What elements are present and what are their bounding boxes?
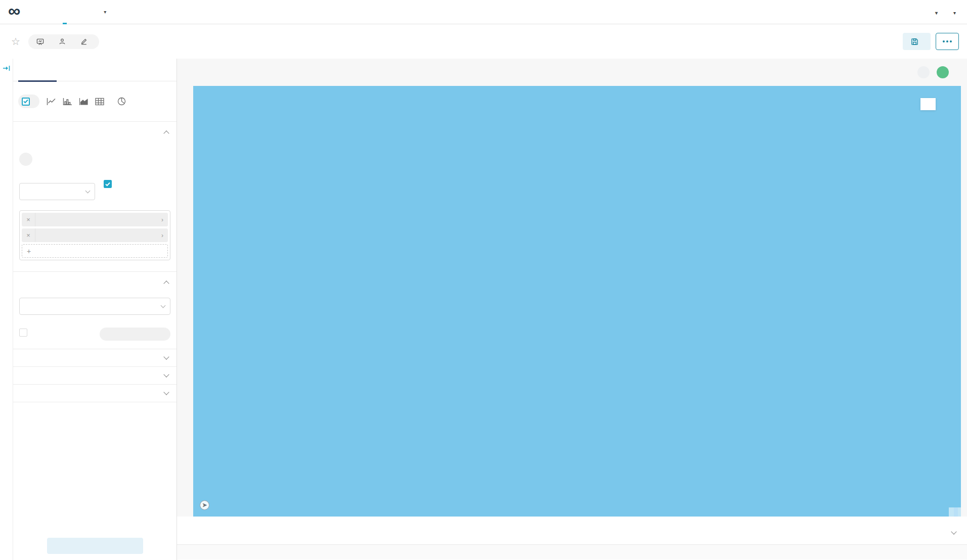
save-button[interactable] bbox=[903, 33, 931, 50]
mapbox-logo[interactable]: ➤ bbox=[200, 500, 212, 510]
chevron-down-icon bbox=[85, 188, 91, 193]
new-item-button[interactable]: ▾ bbox=[933, 7, 938, 17]
dashboards-meta[interactable] bbox=[36, 38, 48, 45]
plus-icon: + bbox=[27, 247, 31, 255]
pencil-icon bbox=[80, 38, 87, 45]
auto-zoom-checkbox[interactable] bbox=[19, 329, 27, 337]
chevron-right-icon: › bbox=[161, 232, 168, 239]
last-modified-meta[interactable] bbox=[80, 38, 91, 45]
remove-filter-icon[interactable]: × bbox=[22, 213, 35, 226]
results-tabs bbox=[177, 517, 967, 545]
save-disk-icon bbox=[911, 38, 918, 45]
chart-meta-pill bbox=[28, 34, 99, 49]
world-map[interactable] bbox=[193, 86, 961, 517]
checked-checkbox-icon bbox=[22, 98, 30, 106]
map-attribution bbox=[949, 507, 961, 517]
filter-drop-zone[interactable]: + bbox=[22, 244, 168, 258]
map-style-select[interactable] bbox=[19, 298, 170, 315]
update-chart-button[interactable] bbox=[47, 538, 143, 554]
row-limit-select[interactable] bbox=[19, 183, 95, 200]
ellipsis-icon bbox=[943, 40, 952, 42]
ignore-null-checkbox[interactable] bbox=[104, 180, 112, 188]
panel-tabs bbox=[13, 59, 177, 81]
nav-charts[interactable] bbox=[56, 0, 74, 24]
query-status-row bbox=[177, 59, 967, 86]
table-icon[interactable] bbox=[95, 98, 104, 106]
dashboard-icon bbox=[36, 38, 44, 45]
more-actions-button[interactable] bbox=[936, 33, 959, 50]
chevron-up-icon bbox=[163, 130, 169, 136]
chevron-down-icon bbox=[163, 389, 169, 395]
chevron-down-icon bbox=[161, 303, 166, 308]
favorite-star-icon[interactable]: ☆ bbox=[11, 35, 20, 48]
chart-header: ☆ bbox=[0, 24, 967, 59]
map-card: ➤ bbox=[193, 86, 961, 517]
filter-chip-time[interactable]: × › bbox=[22, 228, 168, 242]
pie-chart-icon[interactable] bbox=[117, 97, 126, 106]
viz-type-row bbox=[13, 81, 177, 108]
query-timer-badge[interactable] bbox=[937, 66, 949, 78]
nav-datasets[interactable] bbox=[74, 0, 92, 24]
section-point-color[interactable] bbox=[13, 367, 177, 377]
tab-data[interactable] bbox=[18, 59, 57, 81]
improve-map-link[interactable] bbox=[954, 507, 958, 517]
viewport-chip[interactable] bbox=[100, 328, 170, 341]
mapbox-icon: ➤ bbox=[200, 500, 209, 510]
user-icon bbox=[59, 38, 66, 45]
chevron-down-icon: ▾ bbox=[935, 10, 938, 16]
top-navbar: ∞ ▾ ▾ ▾ bbox=[0, 0, 967, 24]
section-map[interactable] bbox=[13, 272, 177, 286]
infinity-logo-icon: ∞ bbox=[8, 3, 20, 18]
data-panel: × › × › + bbox=[13, 59, 177, 560]
collapse-panel-icon[interactable] bbox=[3, 65, 11, 72]
lonlat-chip[interactable] bbox=[19, 153, 32, 166]
row-count-badge bbox=[917, 66, 930, 78]
collapse-results-icon[interactable] bbox=[952, 527, 956, 536]
area-chart-icon[interactable] bbox=[79, 98, 89, 106]
chevron-down-icon: ▾ bbox=[104, 9, 106, 15]
section-query[interactable] bbox=[13, 122, 177, 135]
filters-box: × › × › + bbox=[19, 210, 170, 260]
section-advanced[interactable] bbox=[13, 385, 177, 394]
chart-area: ➤ bbox=[177, 59, 967, 560]
map-legend bbox=[920, 98, 936, 110]
remove-filter-icon[interactable]: × bbox=[22, 228, 35, 242]
divider bbox=[13, 402, 177, 402]
viz-type-selected[interactable] bbox=[18, 95, 39, 108]
owner-meta[interactable] bbox=[59, 38, 69, 45]
panel-collapse-rail bbox=[0, 59, 13, 560]
nav-sql[interactable]: ▾ bbox=[92, 0, 115, 24]
bar-chart-icon[interactable] bbox=[63, 98, 72, 106]
chevron-right-icon: › bbox=[161, 216, 168, 223]
chevron-down-icon bbox=[163, 371, 169, 377]
chevron-down-icon: ▾ bbox=[953, 10, 956, 16]
section-point-size[interactable] bbox=[13, 349, 177, 359]
viz-alt-types bbox=[47, 97, 126, 106]
superset-logo[interactable]: ∞ bbox=[8, 6, 23, 18]
chevron-up-icon bbox=[163, 281, 169, 286]
line-chart-icon[interactable] bbox=[47, 98, 56, 106]
filter-chip-mag[interactable]: × › bbox=[22, 213, 168, 226]
nav-dashboards[interactable] bbox=[37, 0, 56, 24]
settings-menu[interactable]: ▾ bbox=[951, 8, 956, 16]
results-panel bbox=[177, 517, 967, 560]
chevron-down-icon bbox=[163, 354, 169, 359]
results-strip bbox=[177, 545, 967, 559]
